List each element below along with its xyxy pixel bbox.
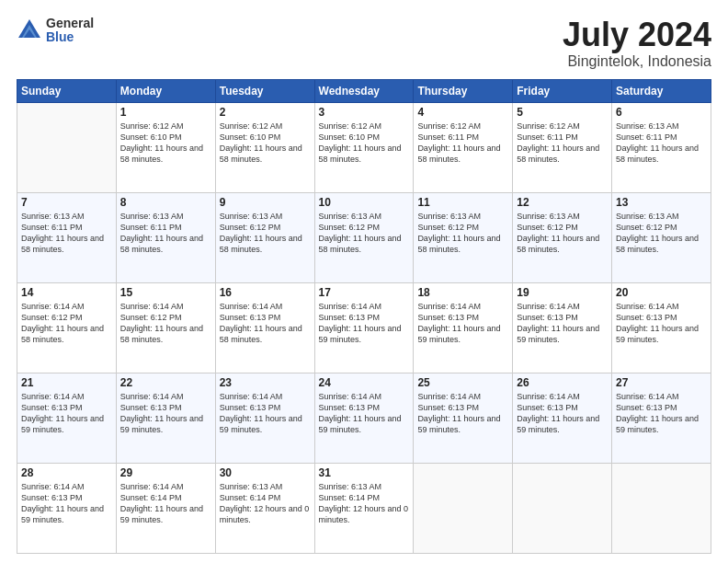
cell-date-number: 29: [120, 466, 211, 479]
calendar-cell: 7Sunrise: 6:13 AM Sunset: 6:11 PM Daylig…: [17, 192, 117, 282]
cell-sun-info: Sunrise: 6:12 AM Sunset: 6:11 PM Dayligh…: [417, 121, 508, 166]
title-block: July 2024 Bingintelok, Indonesia: [563, 17, 711, 70]
cell-sun-info: Sunrise: 6:13 AM Sunset: 6:11 PM Dayligh…: [120, 211, 211, 256]
calendar-cell: 6Sunrise: 6:13 AM Sunset: 6:11 PM Daylig…: [612, 102, 711, 192]
calendar-week-row-4: 28Sunrise: 6:14 AM Sunset: 6:13 PM Dayli…: [17, 463, 711, 553]
cell-sun-info: Sunrise: 6:13 AM Sunset: 6:11 PM Dayligh…: [616, 121, 707, 166]
col-sunday: Sunday: [17, 79, 117, 102]
cell-date-number: 10: [319, 196, 410, 209]
cell-sun-info: Sunrise: 6:14 AM Sunset: 6:13 PM Dayligh…: [417, 391, 508, 436]
calendar-cell: 29Sunrise: 6:14 AM Sunset: 6:14 PM Dayli…: [116, 463, 215, 553]
cell-sun-info: Sunrise: 6:14 AM Sunset: 6:14 PM Dayligh…: [120, 481, 211, 526]
cell-sun-info: Sunrise: 6:14 AM Sunset: 6:12 PM Dayligh…: [21, 301, 112, 346]
logo-icon: [17, 17, 42, 43]
col-friday: Friday: [513, 79, 612, 102]
col-saturday: Saturday: [612, 79, 711, 102]
calendar-cell: 28Sunrise: 6:14 AM Sunset: 6:13 PM Dayli…: [17, 463, 117, 553]
cell-sun-info: Sunrise: 6:14 AM Sunset: 6:13 PM Dayligh…: [616, 301, 707, 346]
cell-date-number: 16: [220, 286, 311, 299]
cell-sun-info: Sunrise: 6:12 AM Sunset: 6:11 PM Dayligh…: [517, 121, 608, 166]
calendar-cell: 13Sunrise: 6:13 AM Sunset: 6:12 PM Dayli…: [612, 192, 711, 282]
calendar-cell: 10Sunrise: 6:13 AM Sunset: 6:12 PM Dayli…: [314, 192, 414, 282]
cell-sun-info: Sunrise: 6:13 AM Sunset: 6:12 PM Dayligh…: [616, 211, 707, 256]
calendar-cell: 30Sunrise: 6:13 AM Sunset: 6:14 PM Dayli…: [215, 463, 314, 553]
logo-blue-text: Blue: [46, 30, 94, 44]
cell-sun-info: Sunrise: 6:13 AM Sunset: 6:14 PM Dayligh…: [220, 481, 311, 526]
cell-sun-info: Sunrise: 6:13 AM Sunset: 6:12 PM Dayligh…: [417, 211, 508, 256]
cell-date-number: 17: [319, 286, 410, 299]
cell-date-number: 3: [319, 106, 410, 119]
cell-sun-info: Sunrise: 6:14 AM Sunset: 6:13 PM Dayligh…: [319, 391, 410, 436]
calendar-cell: [414, 463, 513, 553]
calendar-week-row-1: 7Sunrise: 6:13 AM Sunset: 6:11 PM Daylig…: [17, 192, 711, 282]
calendar-cell: 8Sunrise: 6:13 AM Sunset: 6:11 PM Daylig…: [116, 192, 215, 282]
cell-date-number: 18: [417, 286, 508, 299]
logo: General Blue: [17, 17, 94, 45]
cell-date-number: 30: [220, 466, 311, 479]
cell-sun-info: Sunrise: 6:14 AM Sunset: 6:13 PM Dayligh…: [616, 391, 707, 436]
calendar-cell: 23Sunrise: 6:14 AM Sunset: 6:13 PM Dayli…: [215, 373, 314, 463]
calendar-cell: 31Sunrise: 6:13 AM Sunset: 6:14 PM Dayli…: [314, 463, 414, 553]
cell-date-number: 12: [517, 196, 608, 209]
cell-date-number: 21: [21, 376, 112, 389]
calendar-header-row: Sunday Monday Tuesday Wednesday Thursday…: [17, 79, 711, 102]
cell-sun-info: Sunrise: 6:12 AM Sunset: 6:10 PM Dayligh…: [220, 121, 311, 166]
cell-date-number: 2: [220, 106, 311, 119]
calendar-cell: 11Sunrise: 6:13 AM Sunset: 6:12 PM Dayli…: [414, 192, 513, 282]
cell-sun-info: Sunrise: 6:14 AM Sunset: 6:13 PM Dayligh…: [21, 481, 112, 526]
cell-sun-info: Sunrise: 6:14 AM Sunset: 6:13 PM Dayligh…: [517, 391, 608, 436]
cell-sun-info: Sunrise: 6:12 AM Sunset: 6:10 PM Dayligh…: [120, 121, 211, 166]
header: General Blue July 2024 Bingintelok, Indo…: [17, 17, 711, 70]
cell-sun-info: Sunrise: 6:14 AM Sunset: 6:13 PM Dayligh…: [319, 301, 410, 346]
calendar-cell: 21Sunrise: 6:14 AM Sunset: 6:13 PM Dayli…: [17, 373, 117, 463]
calendar-cell: 17Sunrise: 6:14 AM Sunset: 6:13 PM Dayli…: [314, 282, 414, 373]
cell-sun-info: Sunrise: 6:12 AM Sunset: 6:10 PM Dayligh…: [319, 121, 410, 166]
cell-date-number: 1: [120, 106, 211, 119]
cell-date-number: 25: [417, 376, 508, 389]
calendar-cell: 16Sunrise: 6:14 AM Sunset: 6:13 PM Dayli…: [215, 282, 314, 373]
calendar-cell: 14Sunrise: 6:14 AM Sunset: 6:12 PM Dayli…: [17, 282, 117, 373]
calendar-cell: 9Sunrise: 6:13 AM Sunset: 6:12 PM Daylig…: [215, 192, 314, 282]
page: General Blue July 2024 Bingintelok, Indo…: [0, 0, 728, 563]
col-wednesday: Wednesday: [314, 79, 414, 102]
cell-date-number: 4: [417, 106, 508, 119]
calendar-cell: 15Sunrise: 6:14 AM Sunset: 6:12 PM Dayli…: [116, 282, 215, 373]
cell-date-number: 28: [21, 466, 112, 479]
cell-date-number: 22: [120, 376, 211, 389]
cell-date-number: 23: [220, 376, 311, 389]
cell-sun-info: Sunrise: 6:14 AM Sunset: 6:12 PM Dayligh…: [120, 301, 211, 346]
calendar-cell: 26Sunrise: 6:14 AM Sunset: 6:13 PM Dayli…: [513, 373, 612, 463]
cell-sun-info: Sunrise: 6:14 AM Sunset: 6:13 PM Dayligh…: [21, 391, 112, 436]
calendar-cell: 12Sunrise: 6:13 AM Sunset: 6:12 PM Dayli…: [513, 192, 612, 282]
cell-sun-info: Sunrise: 6:13 AM Sunset: 6:11 PM Dayligh…: [21, 211, 112, 256]
cell-sun-info: Sunrise: 6:14 AM Sunset: 6:13 PM Dayligh…: [517, 301, 608, 346]
cell-sun-info: Sunrise: 6:14 AM Sunset: 6:13 PM Dayligh…: [417, 301, 508, 346]
calendar-cell: [17, 102, 117, 192]
cell-date-number: 9: [220, 196, 311, 209]
title-month: July 2024: [563, 17, 711, 53]
cell-date-number: 26: [517, 376, 608, 389]
calendar-cell: 4Sunrise: 6:12 AM Sunset: 6:11 PM Daylig…: [414, 102, 513, 192]
cell-date-number: 27: [616, 376, 707, 389]
calendar-table: Sunday Monday Tuesday Wednesday Thursday…: [17, 79, 711, 554]
cell-sun-info: Sunrise: 6:13 AM Sunset: 6:14 PM Dayligh…: [319, 481, 410, 526]
col-tuesday: Tuesday: [215, 79, 314, 102]
calendar-week-row-0: 1Sunrise: 6:12 AM Sunset: 6:10 PM Daylig…: [17, 102, 711, 192]
cell-sun-info: Sunrise: 6:14 AM Sunset: 6:13 PM Dayligh…: [220, 391, 311, 436]
cell-date-number: 24: [319, 376, 410, 389]
calendar-cell: 2Sunrise: 6:12 AM Sunset: 6:10 PM Daylig…: [215, 102, 314, 192]
calendar-cell: 1Sunrise: 6:12 AM Sunset: 6:10 PM Daylig…: [116, 102, 215, 192]
calendar-week-row-2: 14Sunrise: 6:14 AM Sunset: 6:12 PM Dayli…: [17, 282, 711, 373]
cell-date-number: 7: [21, 196, 112, 209]
cell-date-number: 11: [417, 196, 508, 209]
calendar-week-row-3: 21Sunrise: 6:14 AM Sunset: 6:13 PM Dayli…: [17, 373, 711, 463]
col-monday: Monday: [116, 79, 215, 102]
calendar-cell: 19Sunrise: 6:14 AM Sunset: 6:13 PM Dayli…: [513, 282, 612, 373]
logo-text: General Blue: [46, 17, 94, 45]
cell-date-number: 8: [120, 196, 211, 209]
cell-sun-info: Sunrise: 6:14 AM Sunset: 6:13 PM Dayligh…: [220, 301, 311, 346]
calendar-cell: 22Sunrise: 6:14 AM Sunset: 6:13 PM Dayli…: [116, 373, 215, 463]
calendar-cell: 5Sunrise: 6:12 AM Sunset: 6:11 PM Daylig…: [513, 102, 612, 192]
cell-sun-info: Sunrise: 6:13 AM Sunset: 6:12 PM Dayligh…: [517, 211, 608, 256]
calendar-cell: [612, 463, 711, 553]
